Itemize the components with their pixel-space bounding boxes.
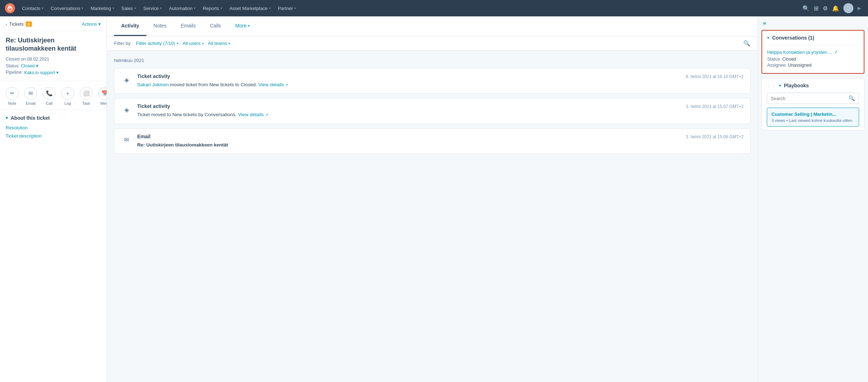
activity-filter-chevron-icon: ▾ [177,42,179,45]
call-label: Call [46,101,53,105]
nav-right-icons: 🔍 ⊞ ⚙ 🔔 ▶ [802,3,864,13]
log-icon: + [61,87,74,100]
tickets-breadcrumb[interactable]: ‹ Tickets ◇ [6,21,32,27]
pipeline-row: Pipeline: Kaks.io support ▾ [6,70,101,75]
email-button[interactable]: ✉ Email [24,87,37,105]
activity-user-link[interactable]: Sakari Jokinen [137,82,169,87]
actions-button[interactable]: Actions ▾ [82,21,101,27]
closed-on: Closed on 08.02.2021 [6,57,101,62]
tab-emails[interactable]: Emails [174,16,203,36]
activity-body-3: Re: Uutiskirjeen tilauslomakkeen kentät [137,141,744,149]
playbooks-search[interactable]: 🔍 [767,93,859,104]
ticket-tag-icon: ◇ [26,21,32,27]
about-title: About this ticket [11,115,50,121]
nav-reports[interactable]: Reports ▾ [199,0,226,16]
right-panel: » ▾ Conversations (1) Heippa Kontaktien … [758,16,868,382]
conversation-assignee: Assignee: Unassigned [767,63,859,68]
note-label: Note [8,101,16,105]
view-details-link-2[interactable]: View details ↗ [238,112,268,117]
call-icon: 📞 [43,87,56,100]
nav-service[interactable]: Service ▾ [140,0,165,16]
notifications-icon[interactable]: 🔔 [832,5,839,12]
playbook-item-1[interactable]: Customer Selling | Marketin... 3 views •… [767,108,859,127]
expand-icon[interactable]: ▶ [858,6,861,11]
tab-more[interactable]: More ▾ [228,16,257,36]
hubspot-logo[interactable] [4,2,16,14]
filter-bar: Filter by: Filter activity (7/10) ▾ All … [107,36,758,51]
conversation-external-icon: ↗ [834,50,837,55]
conversation-item: Heippa Kontaktien ja yriysten ... ↗ Stat… [762,45,864,73]
playbooks-header[interactable]: ⋮⋮ ▾ Playbooks [762,78,864,93]
nav-contacts[interactable]: Contacts ▾ [19,0,47,16]
conversations-header[interactable]: ▾ Conversations (1) [762,31,864,45]
nav-automation[interactable]: Automation ▾ [165,0,199,16]
status-value[interactable]: Closed ▾ [21,63,38,68]
playbooks-drag-icon: ⋮⋮ [767,83,776,88]
collapse-panel-icon[interactable]: » [763,20,766,26]
playbooks-box: ⋮⋮ ▾ Playbooks 🔍 Customer Selling | Mark… [761,78,864,130]
about-chevron-icon: ▾ [6,115,8,120]
view-details-link-1[interactable]: View details ↗ [258,82,289,87]
task-icon: ⬜ [80,87,93,100]
ticket-description-field[interactable]: Ticket description [6,133,101,139]
marketing-chevron-icon: ▾ [113,6,114,10]
teams-filter-button[interactable]: All teams ▾ [208,41,230,46]
playbook-title-1: Customer Selling | Marketin... [771,112,854,117]
top-navigation: Contacts ▾ Conversations ▾ Marketing ▾ S… [0,0,868,16]
activity-title-2: Ticket activity [137,103,170,109]
service-chevron-icon: ▾ [160,6,162,10]
activity-card-3: ✉ Email 3. helmi 2021 at 15.06 GMT+2 Re:… [114,128,750,154]
nav-asset-marketplace[interactable]: Asset Marketplace ▾ [226,0,274,16]
conversations-chevron-icon: ▾ [767,35,769,40]
teams-filter-chevron-icon: ▾ [228,42,230,45]
about-header[interactable]: ▾ About this ticket [6,115,101,121]
tab-notes[interactable]: Notes [146,16,174,36]
pipeline-value[interactable]: Kaks.io support ▾ [24,70,59,75]
nav-marketing[interactable]: Marketing ▾ [87,0,118,16]
left-panel: ‹ Tickets ◇ Actions ▾ Re: Uutiskirjeen t… [0,16,107,382]
main-layout: ‹ Tickets ◇ Actions ▾ Re: Uutiskirjeen t… [0,16,868,382]
conversations-chevron-icon: ▾ [82,6,83,10]
nav-conversations[interactable]: Conversations ▾ [47,0,87,16]
left-panel-header: ‹ Tickets ◇ Actions ▾ [0,16,107,31]
center-panel: Activity Notes Emails Calls More ▾ Filte… [107,16,758,382]
tabs-bar: Activity Notes Emails Calls More ▾ [107,16,758,36]
search-icon[interactable]: 🔍 [802,5,810,12]
avatar[interactable] [843,3,853,13]
activity-card-1: ◈ Ticket activity 8. helmi 2021 at 16.10… [114,68,750,94]
log-label: Log [64,101,71,105]
meet-button[interactable]: 📅 Meet [98,87,107,105]
activity-filter-button[interactable]: Filter activity (7/10) ▾ [136,41,179,46]
note-button[interactable]: ✏ Note [6,87,19,105]
playbooks-title: Playbooks [784,83,809,88]
tab-calls[interactable]: Calls [203,16,228,36]
task-button[interactable]: ⬜ Task [80,87,93,105]
playbooks-search-input[interactable] [771,96,846,101]
log-button[interactable]: + Log [61,87,74,105]
filter-search-icon[interactable]: 🔍 [743,40,750,47]
playbooks-chevron-icon: ▾ [779,83,781,88]
back-arrow-icon: ‹ [6,22,7,26]
marketplace-icon[interactable]: ⊞ [814,5,818,12]
activity-time-3: 3. helmi 2021 at 15.06 GMT+2 [686,134,744,139]
conversation-link[interactable]: Heippa Kontaktien ja yriysten ... ↗ [767,50,859,55]
activity-title-3: Email [137,134,150,139]
call-button[interactable]: 📞 Call [43,87,56,105]
tab-activity[interactable]: Activity [114,16,146,36]
activity-time-1: 8. helmi 2021 at 16.10 GMT+2 [686,74,744,79]
users-filter-button[interactable]: All users ▾ [183,41,204,46]
playbooks-search-icon: 🔍 [848,95,855,102]
settings-icon[interactable]: ⚙ [823,5,828,12]
nav-partner[interactable]: Partner ▾ [274,0,300,16]
activity-time-2: 3. helmi 2021 at 15.07 GMT+2 [686,104,744,109]
resolution-field[interactable]: Resolution [6,125,101,130]
sales-chevron-icon: ▾ [134,6,136,10]
nav-sales[interactable]: Sales ▾ [118,0,140,16]
more-chevron-icon: ▾ [248,24,250,28]
reports-chevron-icon: ▾ [221,6,222,10]
quick-actions-row: ✏ Note ✉ Email 📞 Call + Log ⬜ Task 📅 Mee [0,81,107,110]
contacts-chevron-icon: ▾ [42,6,43,10]
ticket-activity-icon-2: ◈ [121,104,132,115]
nav-items: Contacts ▾ Conversations ▾ Marketing ▾ S… [19,0,802,16]
partner-chevron-icon: ▾ [294,6,296,10]
